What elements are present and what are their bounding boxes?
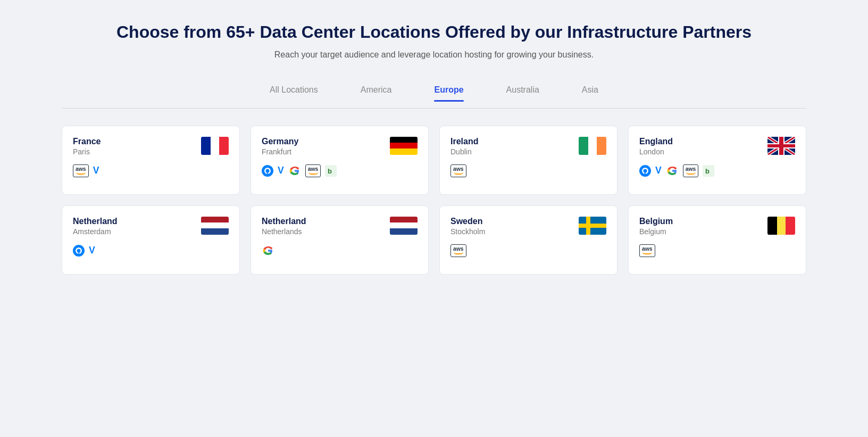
svg-rect-4 bbox=[390, 143, 418, 149]
gcloud-logo bbox=[262, 244, 274, 257]
svg-rect-51 bbox=[786, 217, 795, 235]
provider-logos bbox=[262, 244, 418, 257]
digitalocean-logo bbox=[639, 164, 651, 177]
svg-rect-44 bbox=[390, 222, 418, 229]
vultr-logo: V bbox=[89, 244, 95, 257]
digitalocean-logo bbox=[73, 244, 85, 257]
provider-logos: aws bbox=[639, 244, 795, 257]
svg-rect-3 bbox=[390, 137, 418, 143]
provider-logos: aws V bbox=[73, 164, 229, 177]
card-city: Netherlands bbox=[262, 227, 306, 236]
provider-logos: V bbox=[73, 244, 229, 257]
card-text: NetherlandNetherlands bbox=[262, 217, 306, 236]
svg-rect-42 bbox=[76, 252, 77, 254]
svg-rect-0 bbox=[201, 137, 211, 155]
card-city: Stockholm bbox=[450, 227, 485, 236]
svg-rect-14 bbox=[579, 137, 588, 155]
card-country: France bbox=[73, 137, 101, 146]
card-top: FranceParis bbox=[73, 137, 229, 156]
card-text: FranceParis bbox=[73, 137, 101, 156]
aws-logo: aws bbox=[450, 244, 466, 257]
card-country: Ireland bbox=[450, 137, 478, 146]
blade-logo: b bbox=[703, 164, 714, 177]
card-city: Dublin bbox=[450, 147, 478, 156]
flag-netherlands bbox=[390, 217, 418, 235]
blade-logo: b bbox=[325, 164, 337, 177]
card-text: NetherlandAmsterdam bbox=[73, 217, 118, 236]
svg-rect-41 bbox=[77, 254, 78, 255]
svg-rect-9 bbox=[267, 172, 269, 174]
card-text: IrelandDublin bbox=[450, 137, 478, 156]
flag-netherlands bbox=[201, 217, 229, 235]
aws-logo: aws bbox=[73, 164, 89, 177]
svg-text:b: b bbox=[705, 167, 710, 175]
tab-america[interactable]: America bbox=[339, 79, 413, 108]
tab-asia[interactable]: Asia bbox=[561, 79, 620, 108]
gcloud-logo bbox=[666, 164, 679, 177]
card-city: Belgium bbox=[639, 227, 673, 236]
svg-rect-5 bbox=[390, 149, 418, 155]
aws-logo: aws bbox=[305, 164, 321, 177]
card-country: Netherland bbox=[262, 217, 306, 226]
svg-rect-49 bbox=[767, 217, 777, 235]
digitalocean-logo bbox=[262, 164, 273, 177]
svg-rect-31 bbox=[642, 172, 643, 174]
locations-grid: FranceParis aws VGermanyFrankfurt V bbox=[62, 126, 806, 275]
card-top: NetherlandNetherlands bbox=[262, 217, 418, 236]
tab-australia[interactable]: Australia bbox=[485, 79, 561, 108]
card-country: England bbox=[639, 137, 673, 146]
svg-rect-45 bbox=[390, 228, 418, 235]
card-text: SwedenStockholm bbox=[450, 217, 485, 236]
tab-divider bbox=[62, 108, 806, 109]
location-card-france-0[interactable]: FranceParis aws V bbox=[62, 126, 240, 195]
header-section: Choose from 65+ Data Center Locations Of… bbox=[62, 21, 806, 60]
gcloud-logo bbox=[288, 164, 301, 177]
flag-sweden bbox=[579, 217, 606, 235]
svg-rect-2 bbox=[219, 137, 229, 155]
location-card-germany-1[interactable]: GermanyFrankfurt V bbox=[251, 126, 429, 195]
card-top: IrelandDublin bbox=[450, 137, 606, 156]
card-top: GermanyFrankfurt bbox=[262, 137, 418, 156]
card-city: Frankfurt bbox=[262, 147, 298, 156]
svg-point-28 bbox=[644, 169, 647, 172]
svg-rect-35 bbox=[201, 222, 229, 229]
card-city: London bbox=[639, 147, 673, 156]
location-card-ireland-2[interactable]: IrelandDublin aws bbox=[439, 126, 617, 195]
svg-rect-1 bbox=[211, 137, 219, 155]
provider-logos: V aws b bbox=[639, 164, 795, 177]
card-text: EnglandLondon bbox=[639, 137, 673, 156]
location-card-netherland-5[interactable]: NetherlandNetherlands bbox=[251, 205, 429, 275]
provider-logos: V aws b bbox=[262, 164, 418, 177]
svg-rect-43 bbox=[390, 217, 418, 223]
location-card-sweden-6[interactable]: SwedenStockholm aws bbox=[439, 205, 617, 275]
tab-all-locations[interactable]: All Locations bbox=[248, 79, 339, 108]
location-card-belgium-7[interactable]: BelgiumBelgium aws bbox=[628, 205, 806, 275]
vultr-logo: V bbox=[93, 164, 99, 177]
svg-rect-16 bbox=[597, 137, 606, 155]
page-wrapper: Choose from 65+ Data Center Locations Of… bbox=[62, 21, 806, 275]
svg-rect-36 bbox=[201, 228, 229, 235]
flag-germany bbox=[390, 137, 418, 155]
svg-rect-10 bbox=[265, 174, 267, 175]
tab-europe[interactable]: Europe bbox=[413, 79, 485, 108]
svg-rect-48 bbox=[579, 224, 606, 228]
svg-rect-15 bbox=[588, 137, 597, 155]
card-country: Sweden bbox=[450, 217, 485, 226]
page-title: Choose from 65+ Data Center Locations Of… bbox=[62, 21, 806, 44]
svg-rect-30 bbox=[643, 174, 645, 175]
tabs-container: All LocationsAmericaEuropeAustraliaAsia bbox=[62, 79, 806, 108]
card-country: Germany bbox=[262, 137, 298, 146]
location-card-england-3[interactable]: EnglandLondon V bbox=[628, 126, 806, 195]
flag-france bbox=[201, 137, 229, 155]
card-city: Paris bbox=[73, 147, 101, 156]
card-text: BelgiumBelgium bbox=[639, 217, 673, 236]
card-city: Amsterdam bbox=[73, 227, 118, 236]
card-country: Netherland bbox=[73, 217, 118, 226]
flag-england bbox=[767, 137, 795, 155]
flag-belgium bbox=[767, 217, 795, 235]
svg-point-8 bbox=[266, 169, 270, 172]
location-card-netherland-4[interactable]: NetherlandAmsterdam V bbox=[62, 205, 240, 275]
card-top: NetherlandAmsterdam bbox=[73, 217, 229, 236]
card-top: BelgiumBelgium bbox=[639, 217, 795, 236]
tabs-nav: All LocationsAmericaEuropeAustraliaAsia bbox=[248, 79, 620, 108]
